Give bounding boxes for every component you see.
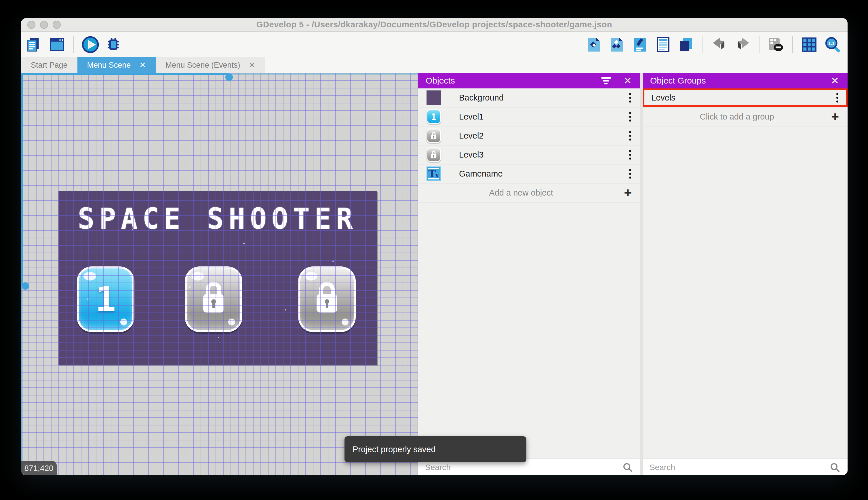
mask-toggle-icon[interactable] — [767, 36, 785, 54]
scene-editor-canvas[interactable]: SPACE SHOOTER 1 — [21, 73, 418, 475]
desktop-background: GDevelop 5 - /Users/dkarakay/Documents/G… — [0, 0, 868, 500]
object-row-level1[interactable]: 1 Level1 — [418, 107, 640, 126]
plus-icon[interactable]: + — [624, 186, 632, 199]
instances-list-icon[interactable] — [654, 36, 672, 54]
background-thumbnail — [426, 90, 441, 105]
level-1-button-sprite[interactable]: 1 — [77, 266, 134, 332]
toolbar-separator — [73, 36, 74, 53]
toolbar-separator — [792, 36, 793, 53]
objects-panel-empty-area — [418, 203, 640, 458]
zoom-one-to-one-icon[interactable]: 1:1 — [823, 36, 841, 54]
toggle-object-groups-panel-icon[interactable] — [608, 36, 626, 54]
horizontal-scrollbar[interactable] — [21, 73, 229, 75]
level-2-button-sprite[interactable] — [185, 266, 242, 332]
gloss-highlight — [191, 272, 204, 281]
game-scene-background[interactable]: SPACE SHOOTER 1 — [58, 191, 377, 365]
cursor-coordinates-badge: 871;420 — [21, 461, 57, 475]
group-name: Levels — [651, 93, 836, 103]
add-new-object-row[interactable]: Add a new object + — [418, 183, 640, 203]
filter-icon[interactable] — [601, 77, 611, 84]
save-toast: Project properly saved — [344, 436, 526, 462]
star-dot — [243, 243, 245, 244]
undo-icon[interactable] — [711, 36, 728, 54]
lock-icon — [200, 280, 227, 315]
close-objects-panel-icon[interactable]: ✕ — [624, 76, 632, 86]
locked-thumbnail — [426, 128, 441, 143]
star-dot — [285, 309, 286, 310]
redo-icon[interactable] — [734, 36, 751, 54]
object-row-background[interactable]: Background — [418, 88, 640, 107]
object-row-level3[interactable]: Level3 — [418, 146, 640, 164]
editor-tab-bar: Start Page Menu Scene ✕ Menu Scene (Even… — [21, 57, 847, 73]
star-dot — [132, 229, 133, 230]
tab-label: Start Page — [31, 61, 68, 70]
svg-text:1:1: 1:1 — [828, 41, 835, 46]
horizontal-scrollbar-track[interactable] — [229, 73, 418, 75]
tab-label: Menu Scene (Events) — [165, 61, 240, 70]
objects-panel-title: Objects — [418, 76, 601, 86]
panel-divider[interactable] — [640, 73, 643, 475]
toolbar-separator — [703, 36, 703, 53]
vertical-scrollbar-thumb[interactable] — [22, 282, 29, 290]
close-tab-icon[interactable]: ✕ — [249, 60, 255, 70]
object-name: Level3 — [459, 150, 629, 160]
object-groups-search-bar — [643, 458, 847, 475]
objects-panel: Objects ✕ Background 1 Level1 — [418, 73, 640, 475]
horizontal-scrollbar-thumb[interactable] — [225, 73, 233, 81]
object-menu-icon[interactable] — [629, 93, 631, 103]
star-dot — [332, 260, 334, 262]
play-preview-icon[interactable] — [81, 36, 99, 54]
title-bar: GDevelop 5 - /Users/dkarakay/Documents/G… — [21, 18, 847, 32]
object-name: Level1 — [459, 112, 629, 122]
level-3-button-sprite[interactable] — [298, 266, 356, 332]
object-menu-icon[interactable] — [629, 169, 631, 179]
search-icon[interactable] — [622, 462, 633, 473]
lock-icon — [313, 280, 341, 315]
scene-window-icon[interactable] — [48, 36, 66, 54]
plus-icon[interactable]: + — [831, 110, 839, 123]
object-row-level2[interactable]: Level2 — [418, 126, 640, 146]
properties-panel-icon[interactable] — [631, 36, 649, 54]
object-menu-icon[interactable] — [629, 112, 631, 122]
add-group-label: Click to add a group — [643, 112, 831, 122]
group-menu-icon[interactable] — [836, 93, 838, 103]
level-number: 1 — [79, 269, 132, 330]
grid-toggle-icon[interactable] — [800, 36, 818, 54]
vertical-scrollbar-track[interactable] — [21, 286, 23, 475]
main-content: SPACE SHOOTER 1 — [21, 73, 847, 475]
gloss-dot — [228, 319, 235, 326]
cursor-coordinates: 871;420 — [24, 464, 53, 473]
search-icon[interactable] — [830, 462, 840, 473]
tab-menu-scene-events[interactable]: Menu Scene (Events) ✕ — [156, 57, 265, 73]
object-groups-search-input[interactable] — [643, 463, 830, 472]
tab-start-page[interactable]: Start Page — [21, 57, 78, 73]
main-toolbar: 1:1 — [21, 32, 847, 57]
object-name: Gamename — [459, 169, 629, 179]
close-tab-icon[interactable]: ✕ — [139, 60, 146, 70]
window-title: GDevelop 5 - /Users/dkarakay/Documents/G… — [21, 20, 847, 30]
vertical-scrollbar[interactable] — [21, 73, 23, 286]
toggle-objects-panel-icon[interactable] — [585, 36, 603, 54]
locked-thumbnail — [426, 147, 441, 162]
tab-menu-scene[interactable]: Menu Scene ✕ — [78, 57, 156, 73]
project-manager-icon[interactable] — [25, 36, 43, 54]
close-object-groups-panel-icon[interactable]: ✕ — [831, 76, 839, 86]
layers-panel-icon[interactable] — [677, 36, 695, 54]
object-menu-icon[interactable] — [629, 150, 631, 160]
toast-message: Project properly saved — [344, 445, 436, 454]
add-group-row[interactable]: Click to add a group + — [643, 107, 847, 126]
object-groups-panel-header: Object Groups ✕ — [643, 73, 847, 88]
object-menu-icon[interactable] — [629, 131, 631, 140]
toolbar-separator — [759, 36, 760, 53]
scene-title-text[interactable]: SPACE SHOOTER — [58, 202, 377, 236]
group-row-levels[interactable]: Levels — [643, 88, 847, 107]
objects-search-input[interactable] — [418, 463, 622, 472]
object-name: Background — [459, 93, 629, 103]
debug-icon[interactable] — [105, 36, 122, 54]
object-name: Level2 — [459, 131, 629, 140]
object-row-gamename[interactable]: Tx Gamename — [418, 164, 640, 183]
object-groups-empty-area — [643, 126, 847, 458]
gloss-highlight — [305, 272, 317, 281]
star-dot — [218, 337, 219, 338]
level1-thumbnail: 1 — [426, 110, 441, 124]
